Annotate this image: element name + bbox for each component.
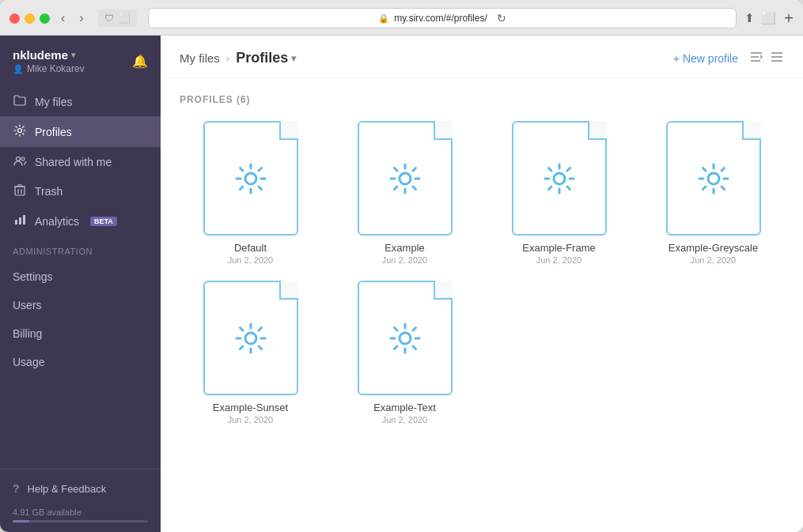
sidebar-item-label: Shared with me [35, 156, 112, 168]
sidebar-item-profiles[interactable]: Profiles [0, 116, 161, 147]
breadcrumb: My files › Profiles ▾ [180, 50, 296, 66]
minimize-button[interactable] [25, 13, 35, 24]
main-content: My files › Profiles ▾ + New profile [161, 36, 803, 532]
profile-icon [666, 121, 761, 236]
usage-label: Usage [13, 356, 44, 368]
profile-icon [203, 121, 298, 236]
profile-item[interactable]: DefaultJun 2, 2020 [180, 121, 321, 265]
svg-point-0 [18, 129, 22, 133]
svg-point-1 [16, 157, 20, 161]
profile-icon [203, 281, 298, 395]
profile-date: Jun 2, 2020 [228, 415, 274, 424]
sidebar-footer: ? Help & Feedback 4.91 GB available [0, 469, 161, 532]
maximize-button[interactable] [40, 13, 50, 24]
storage-bar [13, 520, 148, 523]
sidebar-item-label: Profiles [35, 126, 72, 138]
profile-date: Jun 2, 2020 [382, 255, 428, 265]
avatar-icon: 👤 [13, 64, 24, 74]
profile-date: Jun 2, 2020 [536, 255, 582, 265]
svg-point-2 [21, 157, 25, 160]
tab-bar: 🛡 ⬜ [98, 9, 137, 27]
username[interactable]: nkludeme ▾ [13, 48, 85, 62]
svg-rect-5 [19, 217, 21, 224]
breadcrumb-link-my-files[interactable]: My files [180, 51, 220, 65]
profile-name: Example [384, 242, 425, 254]
browser-chrome: ‹ › 🛡 ⬜ 🔒 my.sirv.com/#/profiles/ ↻ ⬆ ⬜ … [0, 0, 803, 36]
share-button[interactable]: ⬆ [744, 11, 755, 25]
analytics-badge: BETA [90, 217, 117, 226]
folder-icon [13, 95, 27, 108]
sidebar-item-label: Trash [35, 185, 62, 198]
profile-item[interactable]: Example-SunsetJun 2, 2020 [180, 281, 321, 424]
new-profile-button[interactable]: + New profile [673, 52, 738, 65]
profile-icon [358, 281, 453, 395]
trash-icon [13, 184, 27, 198]
users-label: Users [13, 299, 42, 311]
gear-svg [232, 319, 270, 357]
svg-point-15 [554, 173, 565, 184]
sidebar-item-my-files[interactable]: My files [0, 87, 161, 116]
svg-rect-3 [15, 187, 25, 195]
sidebar-item-shared-with-me[interactable]: Shared with me [0, 147, 161, 176]
svg-rect-4 [15, 220, 17, 224]
duplicate-button[interactable]: ⬜ [761, 11, 776, 25]
profile-item[interactable]: ExampleJun 2, 2020 [334, 121, 475, 265]
sidebar-item-billing[interactable]: Billing [0, 319, 161, 348]
question-icon: ? [13, 482, 20, 495]
sidebar-item-usage[interactable]: Usage [0, 348, 161, 376]
sidebar-item-trash[interactable]: Trash [0, 176, 161, 206]
storage-text: 4.91 GB available [13, 507, 148, 517]
bell-icon[interactable]: 🔔 [132, 54, 148, 69]
reload-button[interactable]: ↻ [497, 12, 506, 25]
header-actions: + New profile [673, 51, 784, 66]
gear-icon [13, 124, 27, 139]
shared-icon [13, 155, 27, 168]
profile-item[interactable]: Example-TextJun 2, 2020 [334, 281, 475, 424]
storage-fill [13, 520, 29, 523]
profile-item[interactable]: Example-FrameJun 2, 2020 [488, 121, 630, 265]
gear-svg [232, 160, 270, 198]
profile-name: Example-Sunset [213, 402, 288, 413]
breadcrumb-separator: › [226, 52, 229, 64]
gear-svg [386, 319, 424, 357]
view-toggle [749, 51, 784, 66]
sidebar-item-settings[interactable]: Settings [0, 262, 161, 291]
svg-rect-6 [23, 215, 25, 224]
profile-name: Example-Frame [522, 242, 595, 254]
gear-svg [695, 160, 733, 198]
profile-icon [358, 121, 453, 236]
browser-actions: ⬆ ⬜ [744, 11, 776, 25]
svg-point-18 [400, 333, 411, 344]
list-view-button[interactable] [770, 51, 784, 66]
breadcrumb-caret: ▾ [291, 53, 296, 64]
new-tab-button[interactable]: + [784, 9, 794, 28]
admin-section-label: ADMINISTRATION [0, 236, 161, 259]
url-text: my.sirv.com/#/profiles/ [394, 13, 487, 24]
billing-label: Billing [13, 327, 42, 340]
sidebar-item-users[interactable]: Users [0, 291, 161, 319]
address-bar[interactable]: 🔒 my.sirv.com/#/profiles/ ↻ [148, 8, 737, 28]
svg-point-14 [400, 173, 411, 184]
sidebar-item-analytics[interactable]: Analytics BETA [0, 206, 161, 236]
username-text: nkludeme [13, 48, 68, 62]
profile-item[interactable]: Example-GreyscaleJun 2, 2020 [642, 121, 784, 265]
username-caret: ▾ [71, 51, 75, 59]
profile-icon [512, 121, 607, 236]
breadcrumb-current-label: Profiles [236, 50, 288, 66]
sidebar-item-label: My files [35, 96, 72, 108]
sort-view-button[interactable] [749, 51, 763, 66]
analytics-icon [13, 214, 27, 228]
help-label: Help & Feedback [28, 483, 107, 495]
analytics-label: Analytics [35, 215, 79, 228]
storage-bar-container: 4.91 GB available [13, 507, 148, 523]
nav-items: My files Profiles [0, 84, 161, 469]
profile-date: Jun 2, 2020 [691, 255, 737, 265]
gear-svg [540, 160, 578, 198]
breadcrumb-current[interactable]: Profiles ▾ [236, 50, 296, 66]
close-button[interactable] [9, 13, 20, 24]
help-feedback-item[interactable]: ? Help & Feedback [13, 479, 148, 498]
back-button[interactable]: ‹ [58, 9, 68, 27]
profile-name: Default [234, 242, 267, 254]
new-profile-label: New profile [683, 52, 738, 65]
forward-button[interactable]: › [76, 9, 86, 27]
